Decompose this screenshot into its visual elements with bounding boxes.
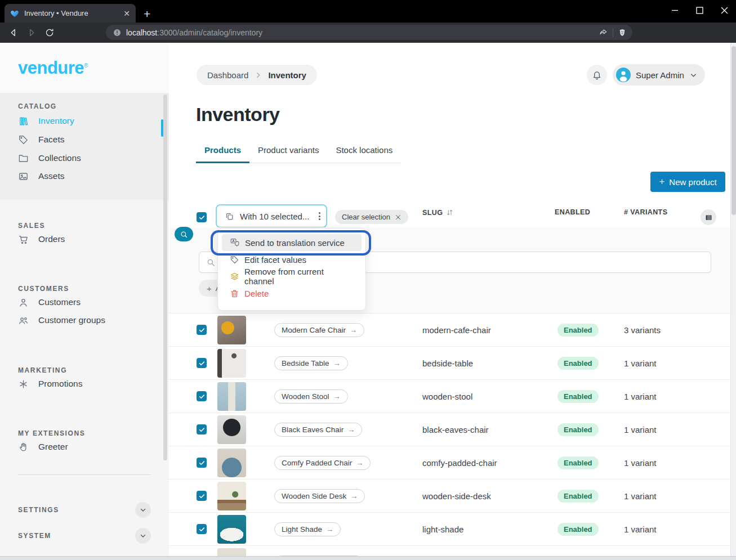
row-checkbox[interactable]: [197, 391, 207, 401]
column-header-variants[interactable]: # VARIANTS: [624, 208, 667, 216]
column-settings-button[interactable]: [701, 209, 716, 225]
page-scrollbar[interactable]: [730, 43, 736, 560]
cart-icon: [18, 234, 29, 245]
sidebar-item-collections[interactable]: Collections: [18, 151, 81, 165]
table-row[interactable]: Modern Cafe Chair→ modern-cafe-chair Ena…: [169, 313, 730, 347]
product-thumbnail: [217, 515, 246, 544]
menu-item-delete[interactable]: Delete: [222, 285, 362, 302]
reload-button[interactable]: [41, 28, 59, 38]
back-button[interactable]: [5, 28, 23, 38]
sidebar-item-assets[interactable]: Assets: [18, 169, 65, 183]
row-checkbox[interactable]: [197, 491, 207, 501]
vendure-logo: vendure®: [18, 58, 88, 78]
system-expand-button[interactable]: [135, 528, 151, 544]
breadcrumb-inventory: Inventory: [268, 70, 306, 80]
arrow-right-icon: →: [333, 359, 341, 368]
tab-product-variants[interactable]: Product variants: [249, 145, 327, 163]
user-name: Super Admin: [636, 70, 684, 80]
sidebar-divider: [18, 474, 151, 475]
bell-icon: [592, 70, 602, 80]
users-icon: [18, 315, 29, 326]
section-header-system[interactable]: SYSTEM: [18, 531, 51, 540]
sidebar-item-customers[interactable]: Customers: [18, 295, 81, 310]
forward-button[interactable]: [23, 28, 41, 38]
section-header-settings[interactable]: SETTINGS: [18, 505, 59, 514]
settings-expand-button[interactable]: [135, 502, 151, 518]
sort-icon[interactable]: [445, 208, 454, 217]
select-all-checkbox[interactable]: [197, 212, 207, 222]
menu-item-remove-from-channel[interactable]: Remove from current channel: [222, 268, 362, 285]
url-bar[interactable]: localhost:3000/admin/catalog/inventory: [106, 25, 632, 40]
product-name-link[interactable]: Light Shade→: [274, 522, 341, 536]
sidebar-item-greeter[interactable]: Greeter: [18, 440, 68, 454]
plus-icon: +: [207, 284, 212, 293]
sidebar-item-promotions[interactable]: Promotions: [18, 377, 82, 391]
product-name-link[interactable]: Bedside Table→: [274, 356, 348, 370]
sidebar-item-facets[interactable]: Facets: [18, 132, 65, 147]
notifications-button[interactable]: [587, 65, 607, 85]
tag-icon: [230, 255, 239, 265]
arrow-right-icon: →: [326, 525, 333, 534]
table-row[interactable]: Light Shade→ light-shade Enabled 1 varia…: [169, 513, 730, 546]
product-name-link[interactable]: Comfy Padded Chair→: [274, 456, 371, 470]
user-menu[interactable]: Super Admin: [613, 64, 705, 86]
product-thumbnail: [217, 415, 246, 444]
product-slug: modern-cafe-chair: [422, 313, 491, 347]
table-row[interactable]: Wooden Side Desk→ wooden-side-desk Enabl…: [169, 480, 730, 513]
chevron-down-icon: [139, 532, 147, 540]
column-header-enabled[interactable]: ENABLED: [555, 208, 590, 216]
hand-icon: [18, 442, 29, 453]
product-thumbnail: [217, 349, 246, 378]
product-thumbnail: [217, 316, 246, 344]
with-selected-button[interactable]: With 10 selected...: [216, 204, 327, 228]
sidebar-item-customer-groups[interactable]: Customer groups: [18, 313, 105, 328]
sidebar: vendure® CATALOG Inventory Facets Collec…: [0, 43, 169, 560]
arrow-right-icon: →: [356, 459, 363, 467]
section-header-marketing: MARKETING: [18, 366, 67, 375]
status-badge: Enabled: [557, 456, 599, 469]
row-checkbox[interactable]: [197, 458, 207, 468]
search-toggle-button[interactable]: [175, 227, 193, 241]
plus-icon: +: [659, 176, 664, 187]
sidebar-item-orders[interactable]: Orders: [18, 232, 65, 247]
row-checkbox[interactable]: [197, 524, 207, 534]
avatar: [616, 68, 631, 82]
arrow-right-icon: →: [333, 392, 341, 401]
vendure-favicon-icon: [10, 9, 19, 18]
sidebar-scrollbar[interactable]: [163, 95, 167, 460]
row-checkbox[interactable]: [197, 424, 207, 434]
browser-tab[interactable]: Inventory • Vendure ✕: [5, 4, 136, 23]
status-badge: Enabled: [557, 324, 599, 337]
site-info-icon[interactable]: [113, 28, 122, 37]
window-minimize-button[interactable]: [671, 6, 679, 16]
share-icon[interactable]: [599, 28, 608, 37]
breadcrumb-dashboard[interactable]: Dashboard: [207, 70, 248, 80]
product-name-link[interactable]: Wooden Side Desk→: [274, 489, 365, 503]
product-slug: wooden-stool: [422, 380, 472, 413]
product-name-link[interactable]: Modern Cafe Chair→: [274, 323, 364, 337]
product-name-link[interactable]: Black Eaves Chair→: [274, 423, 362, 437]
window-maximize-button[interactable]: [696, 6, 703, 16]
chevron-down-icon: [689, 71, 698, 79]
tab-products[interactable]: Products: [196, 145, 249, 163]
tab-stock-locations[interactable]: Stock locations: [327, 145, 401, 163]
table-row[interactable]: Comfy Padded Chair→ comfy-padded-chair E…: [169, 446, 730, 480]
new-tab-button[interactable]: +: [144, 7, 150, 21]
breadcrumb[interactable]: Dashboard Inventory: [197, 65, 317, 85]
window-close-button[interactable]: [721, 6, 728, 16]
table-row[interactable]: Black Eaves Chair→ black-eaves-chair Ena…: [169, 413, 730, 446]
tab-close-icon[interactable]: ✕: [123, 10, 130, 17]
status-badge: Enabled: [557, 490, 599, 503]
row-checkbox[interactable]: [197, 325, 207, 335]
row-checkbox[interactable]: [197, 358, 207, 368]
new-product-button[interactable]: + New product: [650, 172, 725, 192]
column-header-slug[interactable]: SLUG: [422, 208, 454, 217]
section-header-catalog: CATALOG: [18, 102, 57, 111]
brave-shield-icon[interactable]: [618, 28, 627, 37]
table-row[interactable]: Wooden Stool→ wooden-stool Enabled 1 var…: [169, 380, 730, 413]
clear-selection-button[interactable]: Clear selection: [335, 210, 408, 224]
table-row[interactable]: Bedside Table→ bedside-table Enabled 1 v…: [169, 347, 730, 380]
product-name-link[interactable]: Wooden Stool→: [274, 389, 348, 404]
sidebar-item-inventory[interactable]: Inventory: [18, 114, 74, 128]
arrow-right-icon: →: [350, 492, 358, 500]
